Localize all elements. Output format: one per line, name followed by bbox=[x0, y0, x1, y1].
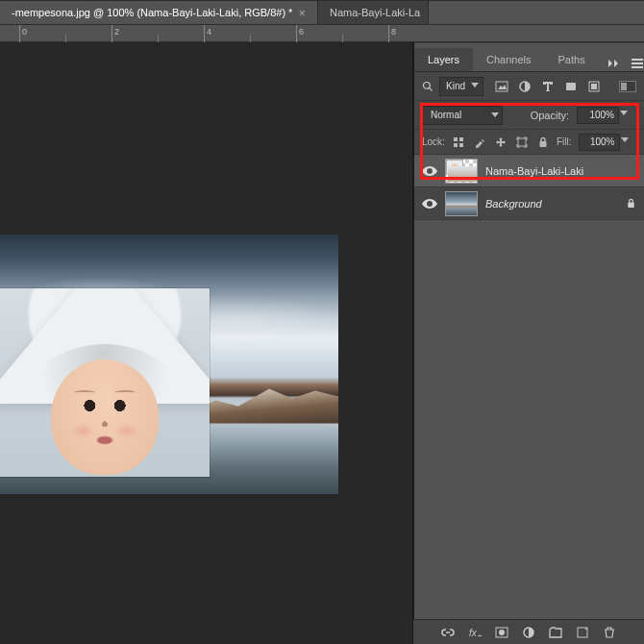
fill-value: 100% bbox=[590, 136, 615, 147]
filter-kind-select[interactable]: Kind bbox=[439, 77, 483, 96]
opacity-value: 100% bbox=[589, 110, 614, 120]
ruler-tick: 8 bbox=[391, 27, 396, 37]
canvas-area[interactable] bbox=[0, 42, 413, 644]
opacity-input[interactable]: 100% bbox=[577, 107, 619, 124]
layer-row[interactable]: Background bbox=[414, 187, 644, 220]
svg-point-13 bbox=[429, 202, 432, 205]
chevron-down-icon bbox=[491, 112, 499, 117]
document-tab-active[interactable]: -mempesona.jpg @ 100% (Nama-Bayi-Laki-La… bbox=[0, 1, 318, 24]
filter-kind-label: Kind bbox=[446, 81, 465, 91]
svg-rect-3 bbox=[566, 83, 576, 90]
layer-thumbnail[interactable] bbox=[445, 159, 478, 184]
panel-menu-icon[interactable] bbox=[630, 56, 644, 71]
svg-rect-11 bbox=[539, 141, 546, 147]
lock-label: Lock: bbox=[422, 136, 445, 147]
filter-smartobject-icon[interactable] bbox=[587, 80, 601, 93]
panel-tabs: Layers Channels Paths bbox=[414, 42, 644, 71]
svg-text:fx: fx bbox=[469, 628, 478, 638]
tab-layers[interactable]: Layers bbox=[414, 48, 473, 71]
ruler-tick: 4 bbox=[207, 27, 211, 37]
svg-rect-8 bbox=[454, 143, 458, 147]
workspace: Layers Channels Paths Kind bbox=[0, 42, 644, 644]
horizontal-ruler: 0 2 4 6 8 bbox=[0, 25, 644, 42]
svg-point-12 bbox=[429, 169, 432, 172]
document-tabs: -mempesona.jpg @ 100% (Nama-Bayi-Laki-La… bbox=[0, 0, 644, 25]
lock-all-icon[interactable] bbox=[537, 136, 549, 148]
blend-row: Normal Opacity: 100% bbox=[414, 101, 644, 130]
filter-adjustment-icon[interactable] bbox=[518, 80, 532, 93]
visibility-toggle[interactable] bbox=[422, 199, 437, 209]
visibility-toggle[interactable] bbox=[422, 166, 437, 176]
blend-mode-select[interactable]: Normal bbox=[422, 106, 503, 125]
opacity-label: Opacity: bbox=[531, 110, 569, 121]
svg-rect-10 bbox=[518, 138, 526, 146]
ruler-tick: 2 bbox=[114, 27, 119, 37]
layer-name[interactable]: Background bbox=[485, 198, 618, 210]
fill-input[interactable]: 100% bbox=[579, 134, 619, 151]
layer-row[interactable]: Nama-Bayi-Laki-Laki bbox=[414, 155, 644, 187]
filter-image-icon[interactable] bbox=[495, 80, 508, 93]
layer-thumbnail[interactable] bbox=[445, 191, 478, 216]
filter-toggle[interactable] bbox=[619, 81, 636, 92]
lock-pixels-icon[interactable] bbox=[453, 136, 464, 148]
svg-point-17 bbox=[499, 630, 505, 635]
ruler-tick: 0 bbox=[22, 27, 27, 37]
layers-panel: Layers Channels Paths Kind bbox=[413, 42, 644, 644]
collapse-icon[interactable] bbox=[607, 56, 622, 71]
layer-list: Nama-Bayi-Laki-Laki Background bbox=[414, 155, 644, 220]
search-icon[interactable] bbox=[422, 81, 433, 92]
canvas[interactable] bbox=[0, 235, 338, 494]
filter-shape-icon[interactable] bbox=[564, 80, 578, 93]
document-tab-title: -mempesona.jpg @ 100% (Nama-Bayi-Laki-La… bbox=[12, 7, 292, 18]
layer-style-icon[interactable]: fx bbox=[468, 626, 482, 639]
lock-row: Lock: Fill: 100% bbox=[414, 130, 644, 155]
document-tab-title: Nama-Bayi-Laki-La bbox=[330, 7, 420, 18]
svg-rect-14 bbox=[628, 203, 633, 209]
svg-rect-5 bbox=[591, 84, 597, 89]
svg-rect-6 bbox=[454, 137, 458, 141]
delete-layer-icon[interactable] bbox=[603, 626, 616, 639]
tab-paths[interactable]: Paths bbox=[545, 48, 599, 71]
fill-label: Fill: bbox=[557, 136, 572, 147]
ruler-tick: 6 bbox=[299, 27, 304, 37]
lock-paint-icon[interactable] bbox=[474, 136, 485, 148]
layer-filter-row: Kind bbox=[414, 72, 644, 101]
svg-rect-7 bbox=[459, 137, 463, 141]
chevron-down-icon bbox=[471, 83, 479, 87]
lock-icon bbox=[626, 198, 636, 209]
document-tab-inactive[interactable]: Nama-Bayi-Laki-La bbox=[318, 1, 429, 24]
close-icon[interactable]: × bbox=[298, 6, 306, 20]
blend-mode-value: Normal bbox=[431, 110, 461, 120]
link-layers-icon[interactable] bbox=[441, 626, 455, 639]
layer-mask-icon[interactable] bbox=[495, 626, 508, 639]
lock-position-icon[interactable] bbox=[495, 136, 507, 148]
smart-object-layer-preview bbox=[0, 288, 210, 477]
layers-panel-footer: fx bbox=[413, 619, 644, 644]
lock-artboard-icon[interactable] bbox=[516, 136, 528, 148]
new-layer-icon[interactable] bbox=[576, 626, 589, 639]
svg-point-0 bbox=[424, 82, 431, 88]
adjustment-layer-icon[interactable] bbox=[522, 626, 535, 639]
svg-rect-9 bbox=[459, 143, 463, 147]
filter-type-icon[interactable] bbox=[541, 80, 555, 93]
tab-channels[interactable]: Channels bbox=[473, 48, 544, 71]
group-icon[interactable] bbox=[549, 626, 562, 639]
layer-name[interactable]: Nama-Bayi-Laki-Laki bbox=[485, 165, 636, 177]
